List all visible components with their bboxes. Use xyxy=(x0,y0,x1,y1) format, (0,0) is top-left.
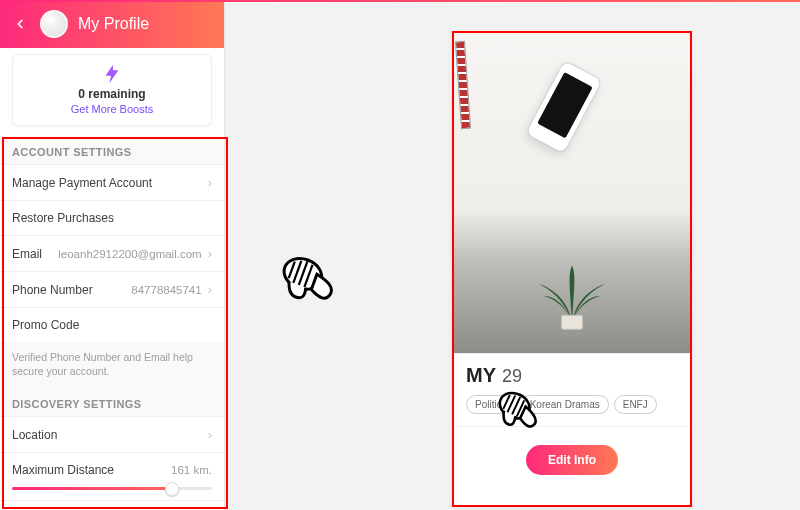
get-more-boosts-link[interactable]: Get More Boosts xyxy=(23,103,201,115)
interest-chip[interactable]: ENFJ xyxy=(614,395,657,414)
pointer-hand-icon xyxy=(266,244,344,318)
restore-purchases-row[interactable]: Restore Purchases xyxy=(0,200,224,235)
profile-photo[interactable] xyxy=(454,33,690,353)
email-value: leoanh2912200@gmail.com xyxy=(58,248,201,260)
chevron-right-icon: › xyxy=(208,282,212,297)
phone-label: Phone Number xyxy=(12,283,93,297)
boost-card: 0 remaining Get More Boosts xyxy=(12,54,212,126)
distance-slider[interactable] xyxy=(12,487,212,490)
chevron-right-icon: › xyxy=(208,246,212,261)
book-decoration xyxy=(455,41,471,129)
page-title: My Profile xyxy=(78,15,149,33)
top-accent-line xyxy=(0,0,800,2)
sidebar-header: My Profile xyxy=(0,0,224,48)
manage-payment-label: Manage Payment Account xyxy=(12,176,152,190)
email-label: Email xyxy=(12,247,42,261)
max-distance-label: Maximum Distance xyxy=(12,463,114,477)
back-icon[interactable] xyxy=(10,14,30,34)
email-row[interactable]: Email leoanh2912200@gmail.com› xyxy=(0,235,224,271)
account-helper-text: Verified Phone Number and Email help sec… xyxy=(0,342,224,388)
slider-fill xyxy=(12,487,172,490)
promo-code-row[interactable]: Promo Code xyxy=(0,307,224,342)
phone-value: 84778845741 xyxy=(131,284,201,296)
manage-payment-row[interactable]: Manage Payment Account › xyxy=(0,164,224,200)
phone-decoration xyxy=(525,60,603,155)
settings-sidebar: My Profile 0 remaining Get More Boosts A… xyxy=(0,0,225,510)
edit-info-button[interactable]: Edit Info xyxy=(526,445,618,475)
promo-code-label: Promo Code xyxy=(12,318,79,332)
location-row[interactable]: Location › xyxy=(0,416,224,452)
location-label: Location xyxy=(12,428,57,442)
restore-purchases-label: Restore Purchases xyxy=(12,211,114,225)
chevron-right-icon: › xyxy=(208,427,212,442)
plant-decoration xyxy=(527,261,617,331)
chevron-right-icon: › xyxy=(208,175,212,190)
max-distance-value: 161 km. xyxy=(171,464,212,476)
account-settings-label: ACCOUNT SETTINGS xyxy=(0,136,224,164)
boost-icon xyxy=(101,63,123,85)
boost-remaining-text: 0 remaining xyxy=(23,87,201,101)
max-distance-row[interactable]: Maximum Distance 161 km. xyxy=(0,452,224,500)
slider-thumb[interactable] xyxy=(165,482,179,496)
pointer-hand-icon xyxy=(482,380,550,444)
discovery-settings-label: DISCOVERY SETTINGS xyxy=(0,388,224,416)
avatar[interactable] xyxy=(40,10,68,38)
svg-rect-0 xyxy=(562,315,583,329)
phone-row[interactable]: Phone Number 84778845741› xyxy=(0,271,224,307)
looking-for-row[interactable]: Looking for Men› xyxy=(0,500,224,510)
